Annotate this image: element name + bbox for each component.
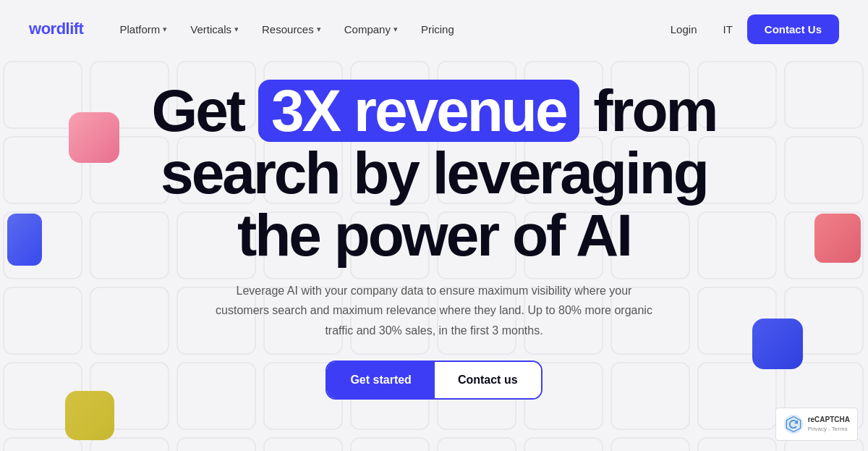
- chevron-down-icon: ▾: [393, 25, 398, 34]
- contact-us-cta-button[interactable]: Contact us: [435, 362, 541, 398]
- headline-before: Get: [151, 77, 258, 143]
- recaptcha-badge: reCAPTCHA Privacy - Terms: [775, 408, 858, 441]
- logo[interactable]: wordlift: [29, 20, 83, 38]
- login-link[interactable]: Login: [659, 17, 709, 41]
- cta-button-group: Get started Contact us: [326, 361, 542, 400]
- hero-section: Get 3X revenue fromsearch by leveragingt…: [0, 58, 868, 400]
- chevron-down-icon: ▾: [317, 25, 321, 34]
- recaptcha-links: Privacy - Terms: [808, 425, 850, 433]
- logo-accent: w: [29, 20, 41, 38]
- chevron-down-icon: ▾: [163, 25, 167, 34]
- nav-item-verticals[interactable]: Verticals ▾: [180, 17, 249, 41]
- nav-item-platform[interactable]: Platform ▾: [109, 17, 177, 41]
- nav-item-company[interactable]: Company ▾: [334, 17, 408, 41]
- get-started-button[interactable]: Get started: [327, 362, 434, 398]
- recaptcha-text: reCAPTCHA Privacy - Terms: [808, 415, 850, 433]
- it-link[interactable]: IT: [714, 17, 741, 41]
- navbar: wordlift Platform ▾ Verticals ▾ Resource…: [0, 0, 868, 58]
- recaptcha-label: reCAPTCHA: [808, 415, 850, 425]
- nav-right: Login IT Contact Us: [659, 14, 839, 44]
- contact-us-button[interactable]: Contact Us: [747, 14, 839, 44]
- logo-text: ordlift: [41, 20, 84, 38]
- nav-item-pricing[interactable]: Pricing: [411, 17, 464, 41]
- chevron-down-icon: ▾: [234, 25, 239, 34]
- hero-subheadline: Leverage AI with your company data to en…: [210, 281, 658, 340]
- hero-headline: Get 3X revenue fromsearch by leveragingt…: [151, 80, 716, 266]
- nav-links: Platform ▾ Verticals ▾ Resources ▾ Compa…: [109, 17, 658, 41]
- recaptcha-logo-icon: [783, 414, 804, 434]
- headline-highlight: 3X revenue: [258, 80, 579, 142]
- nav-item-resources[interactable]: Resources ▾: [252, 17, 331, 41]
